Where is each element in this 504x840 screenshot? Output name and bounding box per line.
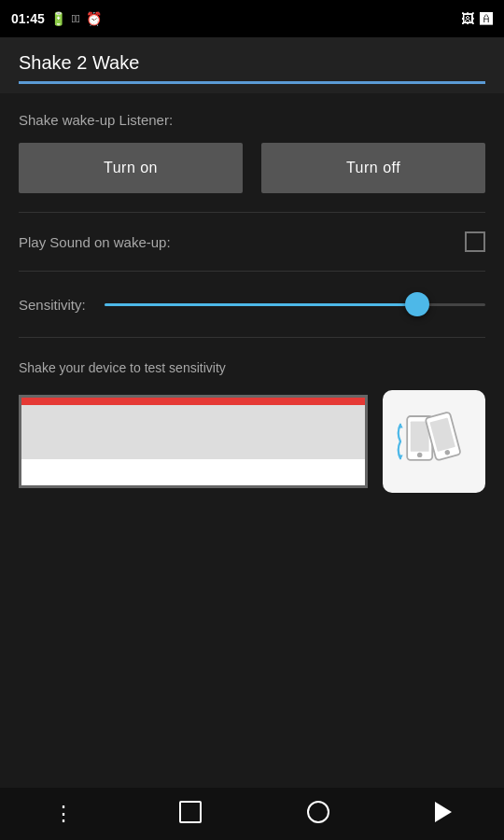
nav-recents-button[interactable] (157, 793, 224, 835)
gallery-icon: 🖼 (461, 11, 474, 26)
shake-phone-svg (392, 399, 476, 483)
turn-on-button[interactable]: Turn on (19, 143, 243, 193)
sensitivity-section: Sensitivity: (19, 272, 485, 338)
play-sound-section: Play Sound on wake-up: (19, 213, 485, 272)
status-time: 01:45 (11, 11, 45, 26)
sensitivity-label: Sensitivity: (19, 297, 86, 313)
back-play-icon (435, 802, 452, 827)
sound-checkbox[interactable] (465, 231, 485, 252)
svg-marker-6 (398, 423, 402, 427)
svg-point-2 (417, 453, 422, 457)
title-bar: Shake 2 Wake (0, 37, 504, 93)
status-bar: 01:45 🔋 ▮⃠ ⏰ 🖼 🅰 (0, 0, 504, 37)
title-underline (19, 81, 485, 84)
phone-shake-illustration (383, 390, 485, 493)
svg-marker-7 (398, 455, 402, 459)
wakeup-listener-section: Shake wake-up Listener: Turn on Turn off (19, 93, 485, 213)
nav-home-button[interactable] (285, 793, 352, 835)
nav-menu-button[interactable] (31, 794, 96, 833)
battery-icon: 🔋 (50, 11, 66, 26)
slider-fill (105, 303, 417, 306)
bar-inner (21, 459, 365, 485)
bar-red-top (21, 398, 365, 405)
sensitivity-slider-container[interactable] (105, 290, 485, 318)
sensitivity-bar-indicator (19, 395, 368, 488)
bottom-nav (0, 788, 504, 840)
update-icon: 🅰 (480, 11, 493, 26)
nav-back-button[interactable] (413, 794, 474, 834)
test-section: Shake your device to test sensitivity (19, 338, 485, 515)
slider-thumb[interactable] (405, 292, 429, 316)
signal-icon: ▮⃠ (72, 12, 80, 25)
menu-dots-icon (53, 802, 74, 826)
turn-off-button[interactable]: Turn off (261, 143, 485, 193)
wakeup-label: Shake wake-up Listener: (19, 112, 485, 128)
alarm-icon: ⏰ (86, 11, 102, 26)
svg-rect-1 (411, 421, 429, 451)
recents-square-icon (179, 801, 202, 828)
test-visuals (19, 390, 485, 493)
home-circle-icon (307, 801, 329, 828)
main-content: Shake wake-up Listener: Turn on Turn off… (0, 93, 504, 515)
slider-track (105, 303, 485, 306)
app-title: Shake 2 Wake (19, 52, 485, 74)
test-label: Shake your device to test sensitivity (19, 360, 485, 375)
wakeup-buttons-row: Turn on Turn off (19, 143, 485, 193)
sound-label: Play Sound on wake-up: (19, 234, 171, 250)
